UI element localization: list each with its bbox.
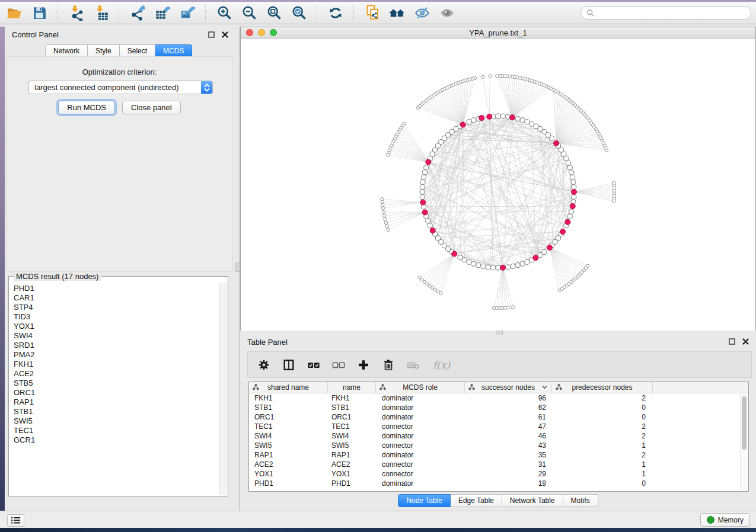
splitter-grip[interactable] bbox=[235, 262, 240, 272]
mcds-result-item[interactable]: CAR1 bbox=[14, 293, 220, 303]
network-leaf-node[interactable] bbox=[439, 291, 442, 294]
network-hub-node[interactable] bbox=[570, 203, 575, 209]
network-hub-node[interactable] bbox=[500, 265, 506, 270]
network-node[interactable] bbox=[570, 175, 575, 180]
close-panel-icon[interactable] bbox=[742, 338, 749, 345]
export-table-button[interactable] bbox=[153, 4, 172, 22]
mcds-result-item[interactable]: ACE2 bbox=[14, 369, 220, 379]
mcds-result-item[interactable]: TEC1 bbox=[14, 426, 220, 435]
search-input[interactable] bbox=[598, 8, 745, 18]
network-leaf-node[interactable] bbox=[381, 200, 384, 203]
mcds-result-scrollbar[interactable] bbox=[219, 283, 227, 495]
table-row[interactable]: FKH1FKH1dominator962 bbox=[249, 393, 748, 403]
network-node[interactable] bbox=[421, 175, 426, 180]
network-node[interactable] bbox=[496, 114, 500, 118]
network-hub-node[interactable] bbox=[509, 115, 515, 120]
table-row[interactable]: TEC1TEC1connector472 bbox=[249, 422, 748, 431]
network-hub-node[interactable] bbox=[422, 210, 428, 215]
mcds-result-item[interactable]: FKH1 bbox=[14, 360, 220, 369]
network-node[interactable] bbox=[566, 161, 570, 165]
table-row[interactable]: YOX1YOX1connector291 bbox=[249, 469, 748, 479]
vertical-splitter[interactable] bbox=[234, 27, 240, 511]
network-leaf-node[interactable] bbox=[387, 228, 390, 231]
network-leaf-node[interactable] bbox=[613, 181, 615, 184]
tab-edge-table[interactable]: Edge Table bbox=[451, 494, 502, 507]
tab-network-table[interactable]: Network Table bbox=[502, 494, 563, 507]
mcds-result-item[interactable]: SRD1 bbox=[14, 341, 220, 350]
network-node[interactable] bbox=[515, 263, 520, 268]
mcds-result-item[interactable]: YOX1 bbox=[14, 322, 220, 331]
table-row[interactable]: SWI4SWI4dominator462 bbox=[249, 431, 748, 441]
select-all-button[interactable] bbox=[306, 357, 321, 373]
network-node[interactable] bbox=[486, 265, 490, 270]
network-node[interactable] bbox=[534, 124, 538, 129]
open-folder-button[interactable] bbox=[5, 4, 24, 22]
mcds-result-item[interactable]: TID3 bbox=[14, 312, 220, 322]
network-node[interactable] bbox=[420, 185, 425, 190]
deselect-all-button[interactable] bbox=[331, 357, 346, 373]
network-node[interactable] bbox=[500, 114, 505, 118]
network-node[interactable] bbox=[458, 255, 462, 260]
tab-node-table[interactable]: Node Table bbox=[398, 494, 451, 507]
network-node[interactable] bbox=[422, 170, 427, 175]
network-node[interactable] bbox=[420, 180, 425, 184]
network-hub-node[interactable] bbox=[487, 114, 492, 119]
network-node[interactable] bbox=[428, 223, 432, 228]
network-leaf-node[interactable] bbox=[552, 88, 555, 91]
network-node[interactable] bbox=[567, 165, 572, 170]
network-leaf-node[interactable] bbox=[381, 203, 384, 206]
network-leaf-node[interactable] bbox=[489, 75, 492, 78]
network-hub-node[interactable] bbox=[533, 255, 538, 261]
network-leaf-node[interactable] bbox=[512, 306, 515, 309]
search-box[interactable] bbox=[580, 6, 751, 20]
minimize-window-icon[interactable] bbox=[258, 29, 265, 36]
run-mcds-button[interactable]: Run MCDS bbox=[58, 101, 115, 114]
network-hub-node[interactable] bbox=[572, 190, 577, 195]
network-node[interactable] bbox=[430, 152, 435, 156]
mcds-result-item[interactable]: RAP1 bbox=[14, 398, 220, 407]
network-node[interactable] bbox=[420, 190, 425, 194]
import-network-button[interactable] bbox=[66, 4, 85, 22]
network-hub-node[interactable] bbox=[426, 159, 431, 165]
network-node[interactable] bbox=[471, 261, 476, 266]
network-node[interactable] bbox=[424, 165, 429, 170]
network-node[interactable] bbox=[520, 118, 525, 123]
network-leaf-node[interactable] bbox=[481, 75, 484, 78]
mcds-result-item[interactable]: STP4 bbox=[14, 303, 220, 312]
network-leaf-node[interactable] bbox=[381, 197, 384, 200]
network-node[interactable] bbox=[496, 265, 500, 270]
column-header-mcds-role[interactable]: MCDS role bbox=[376, 382, 465, 393]
tab-network[interactable]: Network bbox=[45, 44, 88, 57]
network-graph[interactable] bbox=[241, 39, 755, 331]
mcds-result-item[interactable]: SWI4 bbox=[14, 331, 220, 341]
mcds-result-item[interactable]: SWI5 bbox=[14, 416, 220, 426]
column-header-successor-nodes[interactable]: successor nodes bbox=[465, 382, 552, 393]
network-hub-node[interactable] bbox=[452, 251, 457, 257]
float-window-icon[interactable] bbox=[208, 31, 215, 38]
network-hub-node[interactable] bbox=[430, 227, 435, 233]
network-hub-node[interactable] bbox=[479, 116, 484, 121]
table-row[interactable]: PHD1PHD1dominator180 bbox=[249, 479, 748, 488]
network-node[interactable] bbox=[525, 120, 529, 124]
network-node[interactable] bbox=[471, 118, 476, 123]
table-settings-button[interactable] bbox=[256, 357, 272, 373]
network-leaf-node[interactable] bbox=[385, 225, 388, 227]
network-leaf-node[interactable] bbox=[381, 207, 384, 210]
tab-select[interactable]: Select bbox=[120, 44, 155, 57]
network-node[interactable] bbox=[506, 265, 511, 270]
network-node[interactable] bbox=[571, 180, 576, 184]
mcds-result-item[interactable]: ORC1 bbox=[14, 388, 220, 398]
network-node[interactable] bbox=[567, 214, 572, 219]
network-leaf-node[interactable] bbox=[382, 210, 385, 213]
table-row[interactable]: RAP1RAP1dominator352 bbox=[249, 450, 748, 460]
network-leaf-node[interactable] bbox=[496, 74, 499, 77]
mcds-result-item[interactable]: STB1 bbox=[14, 407, 220, 416]
network-node[interactable] bbox=[511, 264, 515, 268]
float-window-icon[interactable] bbox=[729, 338, 735, 345]
network-node[interactable] bbox=[481, 264, 486, 268]
table-row[interactable]: ORC1ORC1dominator610 bbox=[249, 412, 748, 422]
tab-motifs[interactable]: Motifs bbox=[563, 494, 598, 507]
network-hub-node[interactable] bbox=[554, 140, 559, 146]
hide-selected-button[interactable] bbox=[413, 4, 432, 22]
network-node[interactable] bbox=[515, 116, 520, 121]
